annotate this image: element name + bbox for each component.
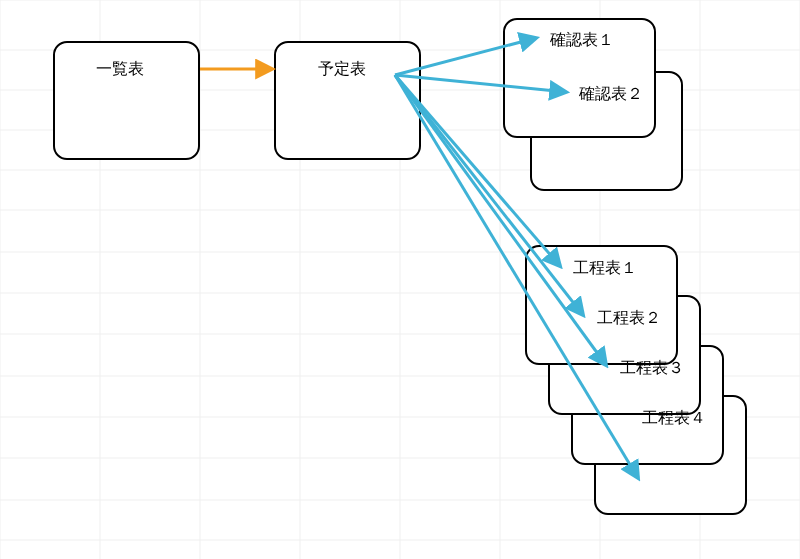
node-process3-label: 工程表３ (620, 358, 684, 379)
node-process4-label: 工程表４ (642, 408, 706, 429)
node-confirm1-label: 確認表１ (550, 30, 614, 51)
node-process2-label: 工程表２ (597, 308, 661, 329)
node-list-label: 一覧表 (96, 59, 144, 80)
node-process1-label: 工程表１ (573, 258, 637, 279)
node-schedule-label: 予定表 (318, 59, 366, 80)
diagram-canvas: 一覧表 予定表 確認表１ 確認表２ 工程表１ 工程表２ 工程表３ 工程表４ (0, 0, 800, 559)
node-confirm2-label: 確認表２ (579, 84, 643, 105)
